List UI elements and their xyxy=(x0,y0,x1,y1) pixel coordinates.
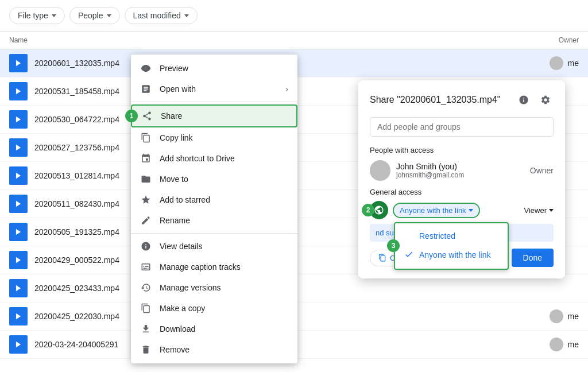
copy-link-label: Copy link xyxy=(160,133,193,142)
add-shortcut-label: Add shortcut to Drive xyxy=(160,154,235,163)
step3-badge: 3 xyxy=(387,239,400,252)
svg-marker-5 xyxy=(16,201,21,207)
menu-item-share[interactable]: 1 Share xyxy=(131,104,297,127)
last-modified-label: Last modified xyxy=(133,11,181,20)
move-to-icon xyxy=(140,173,152,185)
col-name: Name xyxy=(9,36,28,44)
share-dialog-header: Share "20200601_132035.mp4" xyxy=(370,92,554,108)
svg-marker-6 xyxy=(16,229,21,235)
menu-item-manage-versions[interactable]: Manage versions xyxy=(131,277,297,298)
owner-label: me xyxy=(568,312,579,321)
menu-divider xyxy=(131,102,297,102)
video-icon xyxy=(9,307,28,326)
share-dialog-icons xyxy=(516,92,554,108)
manage-versions-label: Manage versions xyxy=(160,283,221,292)
settings-icon-btn[interactable] xyxy=(537,92,554,108)
restricted-label: Restricted xyxy=(419,231,455,241)
submenu-arrow-icon: › xyxy=(285,84,288,94)
manage-captions-label: Manage caption tracks xyxy=(160,262,241,272)
svg-marker-2 xyxy=(16,117,21,123)
menu-item-open-with[interactable]: Open with › xyxy=(131,79,297,99)
people-access-label: People with access xyxy=(370,146,554,154)
svg-marker-4 xyxy=(16,173,21,179)
anyone-link-label: Anyone with the link xyxy=(419,250,491,259)
viewer-chevron-icon xyxy=(549,209,554,212)
owner-label: me xyxy=(568,340,579,349)
file-list-header: Name Owner xyxy=(0,32,588,49)
info-icon-btn[interactable] xyxy=(516,92,532,108)
viewer-label: Viewer xyxy=(524,206,547,215)
share-label: Share xyxy=(161,111,182,121)
owner-label: me xyxy=(568,59,579,68)
file-type-filter[interactable]: File type xyxy=(9,7,65,24)
viewer-dropdown[interactable]: Viewer xyxy=(524,206,554,215)
access-option-label: Anyone with the link xyxy=(400,206,466,215)
general-access-label: General access xyxy=(370,188,554,196)
person-name: John Smith (you) xyxy=(396,162,524,171)
people-chevron-icon xyxy=(107,14,111,17)
add-shortcut-icon xyxy=(140,153,152,164)
menu-item-download[interactable]: Download xyxy=(131,319,297,339)
rename-label: Rename xyxy=(160,216,190,225)
step1-badge: 1 xyxy=(125,110,138,122)
move-to-label: Move to xyxy=(160,175,188,184)
view-details-label: View details xyxy=(160,242,202,251)
svg-marker-3 xyxy=(16,145,21,151)
menu-item-copy-link[interactable]: Copy link xyxy=(131,127,297,148)
menu-item-rename[interactable]: Rename xyxy=(131,210,297,231)
svg-marker-7 xyxy=(16,257,21,264)
download-icon xyxy=(140,323,152,335)
access-popup: 3 Restricted Anyone with the link xyxy=(394,222,509,270)
manage-captions-icon xyxy=(140,261,152,273)
restricted-option[interactable]: Restricted xyxy=(395,227,508,245)
menu-item-preview[interactable]: Preview xyxy=(131,58,297,79)
col-owner: Owner xyxy=(559,36,579,44)
menu-divider xyxy=(131,233,297,234)
people-filter[interactable]: People xyxy=(69,7,120,24)
video-icon xyxy=(9,54,28,72)
step2-badge: 2 xyxy=(362,204,374,216)
svg-marker-1 xyxy=(16,88,21,95)
copy-link-icon xyxy=(140,132,152,144)
menu-item-add-shortcut[interactable]: Add shortcut to Drive xyxy=(131,148,297,169)
file-owner: me xyxy=(550,338,579,351)
share-dialog: Share "20200601_132035.mp4" People with … xyxy=(358,80,565,278)
menu-item-add-starred[interactable]: Add to starred xyxy=(131,189,297,210)
video-icon xyxy=(9,335,28,354)
preview-icon xyxy=(140,63,152,74)
file-owner: me xyxy=(550,309,579,323)
menu-item-manage-captions[interactable]: Manage caption tracks xyxy=(131,257,297,277)
access-row: 2 Anyone with the link 3 Restricted xyxy=(370,201,554,219)
anyone-link-option[interactable]: Anyone with the link xyxy=(395,245,508,265)
done-button[interactable]: Done xyxy=(512,249,554,267)
anyone-link-check-icon xyxy=(404,250,413,261)
last-modified-chevron-icon xyxy=(184,14,189,17)
manage-versions-icon xyxy=(140,282,152,293)
add-people-input[interactable] xyxy=(370,117,554,137)
make-copy-icon xyxy=(140,303,152,314)
access-dropdown[interactable]: Anyone with the link 3 Restricted Anyone… xyxy=(393,203,480,218)
file-type-label: File type xyxy=(18,11,48,20)
filter-bar: File type People Last modified xyxy=(0,0,588,32)
person-avatar xyxy=(370,160,390,181)
person-role: Owner xyxy=(530,166,554,175)
view-details-icon xyxy=(140,241,152,252)
menu-item-move-to[interactable]: Move to xyxy=(131,169,297,189)
menu-item-make-copy[interactable]: Make a copy xyxy=(131,298,297,319)
svg-marker-0 xyxy=(16,60,21,67)
open-with-icon xyxy=(140,83,152,95)
last-modified-filter[interactable]: Last modified xyxy=(125,7,198,24)
rename-icon xyxy=(140,215,152,226)
share-icon xyxy=(141,110,153,122)
menu-item-remove[interactable]: Remove xyxy=(131,339,297,360)
remove-icon xyxy=(140,344,152,355)
menu-item-view-details[interactable]: View details xyxy=(131,236,297,257)
add-starred-label: Add to starred xyxy=(160,195,210,204)
file-type-chevron-icon xyxy=(52,14,56,17)
share-dialog-title: Share "20200601_132035.mp4" xyxy=(370,95,501,105)
preview-label: Preview xyxy=(160,64,188,73)
general-access-section: General access 2 Anyone with the link 3 … xyxy=(370,188,554,242)
person-info: John Smith (you) johnsmith@gmail.com xyxy=(396,162,524,179)
file-name: 20200425_023433.mp4 xyxy=(34,284,579,293)
video-icon xyxy=(9,223,28,241)
